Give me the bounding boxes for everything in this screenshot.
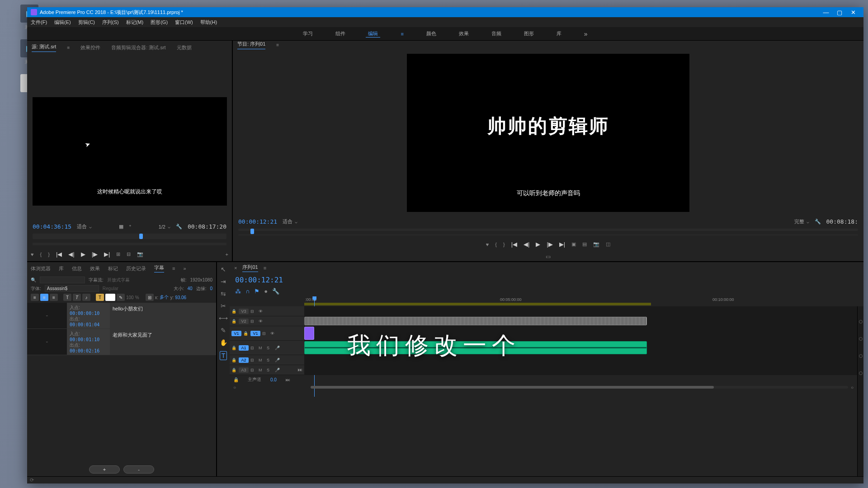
track-label[interactable]: V1 bbox=[250, 331, 260, 336]
workspace-menu-icon[interactable]: ≡ bbox=[398, 31, 406, 37]
workspace-audio[interactable]: 音频 bbox=[489, 30, 504, 37]
track-select-tool-icon[interactable]: ⇥ bbox=[221, 278, 226, 285]
source-timecode-in[interactable]: 00:04:36:15 bbox=[33, 223, 71, 230]
align-left-icon[interactable]: ≡ bbox=[31, 294, 39, 301]
lock-icon[interactable]: 🔒 bbox=[233, 377, 239, 382]
tab-library[interactable]: 库 bbox=[59, 265, 64, 272]
lock-icon[interactable]: 🔒 bbox=[243, 331, 249, 336]
in-timecode[interactable]: 00:00:00:10 bbox=[70, 311, 99, 316]
track-a3[interactable]: ⏭ bbox=[304, 365, 857, 375]
tab-markers[interactable]: 标记 bbox=[108, 265, 118, 272]
workspace-color[interactable]: 颜色 bbox=[424, 30, 439, 37]
font-input[interactable] bbox=[45, 285, 99, 292]
export-frame-icon[interactable]: 📷 bbox=[137, 251, 143, 257]
menu-window[interactable]: 窗口(W) bbox=[175, 19, 193, 26]
go-to-in-icon[interactable]: |◀ bbox=[56, 251, 62, 258]
program-timecode-in[interactable]: 00:00:12:21 bbox=[238, 218, 277, 225]
skip-icon[interactable]: ⏭ bbox=[286, 377, 290, 382]
type-tool-icon[interactable]: T bbox=[220, 351, 227, 360]
opacity-value[interactable]: 100 bbox=[126, 295, 134, 300]
track-header-a2[interactable]: 🔒 A2 ⊟ M S 🎤 bbox=[230, 355, 304, 365]
tab-metadata[interactable]: 元数据 bbox=[177, 44, 192, 51]
voice-over-icon[interactable]: 🎤 bbox=[275, 358, 281, 362]
lock-icon[interactable]: 🔒 bbox=[231, 368, 237, 372]
align-center-icon[interactable]: ≡ bbox=[40, 294, 48, 301]
tab-effects[interactable]: 效果 bbox=[90, 265, 100, 272]
workspace-graphics[interactable]: 图形 bbox=[522, 30, 536, 37]
toggle-output-icon[interactable]: 👁 bbox=[270, 331, 277, 336]
caption-text[interactable]: 老师和大家见面了 bbox=[110, 329, 216, 355]
tab-info[interactable]: 信息 bbox=[72, 265, 82, 272]
wrench-icon[interactable]: 🔧 bbox=[815, 219, 821, 225]
lock-icon[interactable]: 🔒 bbox=[231, 346, 237, 350]
sync-lock-icon[interactable]: ⊟ bbox=[250, 368, 257, 372]
source-scrubber[interactable] bbox=[33, 234, 226, 239]
selection-tool-icon[interactable]: ↖ bbox=[221, 266, 226, 273]
go-to-in-icon[interactable]: |◀ bbox=[511, 241, 517, 248]
track-header-v2[interactable]: 🔒 V2 ⊟ 👁 bbox=[230, 316, 304, 326]
close-button[interactable]: ✕ bbox=[846, 9, 860, 16]
text-plain-icon[interactable]: T bbox=[63, 294, 71, 301]
add-button-icon[interactable]: + bbox=[226, 252, 228, 257]
go-to-out-icon[interactable]: ▶| bbox=[104, 251, 110, 258]
program-scrubber[interactable] bbox=[238, 229, 858, 231]
sync-lock-icon[interactable]: ⊟ bbox=[250, 358, 257, 362]
music-icon[interactable]: ♪ bbox=[82, 294, 90, 301]
menu-file[interactable]: 文件(F) bbox=[31, 19, 47, 26]
edge-value[interactable]: 0 bbox=[210, 286, 212, 291]
maximize-button[interactable]: ▢ bbox=[833, 9, 846, 16]
play-icon[interactable]: ▶ bbox=[81, 251, 85, 258]
tab-audio-mixer[interactable]: 音频剪辑混合器: 测试.srt bbox=[111, 44, 165, 51]
program-quality-dropdown[interactable]: 完整 bbox=[794, 218, 809, 225]
step-forward-icon[interactable]: |▶ bbox=[547, 241, 552, 248]
menu-edit[interactable]: 编辑(E) bbox=[54, 19, 71, 26]
hand-tool-icon[interactable]: ✋ bbox=[220, 339, 227, 346]
menu-help[interactable]: 帮助(H) bbox=[200, 19, 217, 26]
export-frame-icon[interactable]: 📷 bbox=[593, 241, 599, 247]
track-v1[interactable] bbox=[304, 326, 857, 340]
skip-icon[interactable]: ⏭ bbox=[297, 367, 302, 372]
workspace-library[interactable]: 库 bbox=[554, 30, 564, 37]
toggle-output-icon[interactable]: 👁 bbox=[259, 309, 265, 314]
search-icon[interactable]: 🔍 bbox=[31, 277, 36, 282]
grid-icon[interactable]: ▦ bbox=[119, 224, 123, 230]
position-grid-icon[interactable]: ⊞ bbox=[146, 294, 154, 301]
track-label[interactable]: A3 bbox=[239, 367, 249, 373]
bg-color-icon[interactable]: T bbox=[96, 294, 104, 301]
settings-icon[interactable]: ● bbox=[264, 288, 268, 295]
close-tab-icon[interactable]: × bbox=[234, 265, 237, 271]
marker-tool-icon[interactable]: ⚑ bbox=[254, 288, 259, 295]
minimize-button[interactable]: — bbox=[819, 9, 833, 16]
program-monitor[interactable]: 帅帅的剪辑师 可以听到老师的声音吗 bbox=[407, 54, 689, 212]
add-caption-button[interactable]: + bbox=[89, 465, 120, 474]
edge-color-icon[interactable]: ✎ bbox=[117, 294, 125, 301]
track-label[interactable]: V3 bbox=[239, 309, 249, 314]
stream-value[interactable]: 开放式字幕 bbox=[107, 277, 130, 283]
track-v2[interactable] bbox=[304, 316, 857, 326]
caption-text[interactable]: hello小朋友们 bbox=[110, 303, 216, 328]
linked-selection-icon[interactable]: ∩ bbox=[245, 288, 250, 295]
x-value[interactable]: 多个 bbox=[160, 294, 169, 300]
workspace-learn[interactable]: 学习 bbox=[301, 30, 315, 37]
out-timecode[interactable]: 00:00:02:16 bbox=[70, 348, 99, 353]
extract-icon[interactable]: ▤ bbox=[582, 241, 587, 247]
align-right-icon[interactable]: ≡ bbox=[50, 294, 58, 301]
caption-clip[interactable] bbox=[304, 327, 314, 340]
track-a1[interactable] bbox=[304, 341, 857, 355]
solo-icon[interactable]: S bbox=[267, 346, 273, 350]
lock-icon[interactable]: 🔒 bbox=[231, 309, 237, 314]
tab-history[interactable]: 历史记录 bbox=[126, 265, 146, 272]
compare-icon[interactable]: ◫ bbox=[606, 241, 610, 247]
workspace-effects[interactable]: 效果 bbox=[457, 30, 471, 37]
toggle-output-icon[interactable]: 👁 bbox=[259, 319, 265, 324]
master-value[interactable]: 0.0 bbox=[270, 377, 277, 382]
step-forward-icon[interactable]: |▶ bbox=[92, 251, 98, 258]
workspace-editing[interactable]: 编辑 bbox=[366, 30, 380, 38]
remove-caption-button[interactable]: - bbox=[123, 465, 154, 474]
tab-source[interactable]: 源: 测试.srt bbox=[32, 43, 56, 52]
source-resolution-dropdown[interactable]: 1/2 bbox=[159, 224, 170, 230]
panel-menu-icon[interactable]: ≡ bbox=[67, 45, 70, 50]
mark-in-icon[interactable]: { bbox=[495, 242, 497, 247]
timeline-ruler[interactable]: :00:00 00:05:00:00 00:10:00:00 bbox=[304, 296, 863, 306]
mark-in-icon[interactable]: { bbox=[40, 252, 42, 257]
